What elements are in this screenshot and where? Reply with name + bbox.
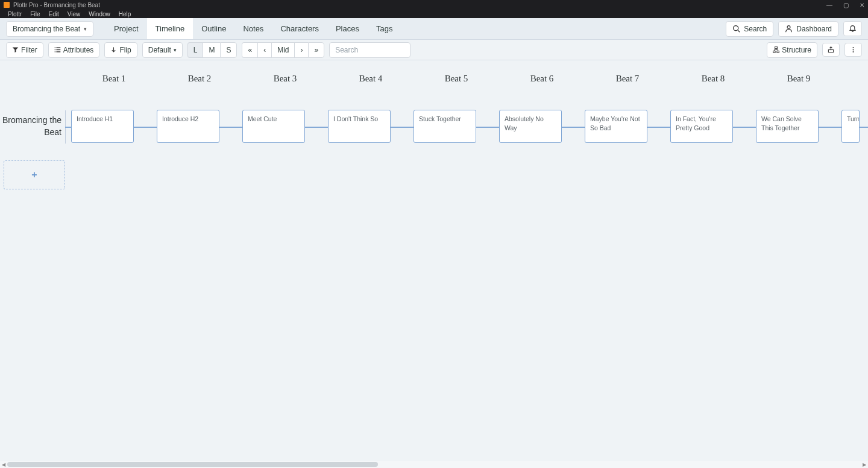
svg-line-1 <box>738 30 740 32</box>
beat-header[interactable]: Beat 6 <box>499 74 585 84</box>
plus-icon: + <box>31 169 37 180</box>
svg-point-21 <box>853 51 854 52</box>
flip-label: Flip <box>119 46 131 54</box>
scroll-thumb[interactable] <box>7 462 378 467</box>
scene-card[interactable]: Turn <box>841 110 860 143</box>
window-title: Plottr Pro - Bromancing the Beat <box>13 2 826 8</box>
svg-point-0 <box>734 26 738 31</box>
menu-edit[interactable]: Edit <box>44 11 63 17</box>
scroll-left-arrow[interactable]: ◀ <box>0 462 7 467</box>
app-icon <box>4 2 10 8</box>
filter-icon <box>12 46 19 53</box>
file-dropdown[interactable]: Bromancing the Beat ▾ <box>6 21 93 37</box>
beat-header[interactable]: Beat 5 <box>414 74 499 84</box>
flip-button[interactable]: Flip <box>104 42 137 58</box>
nav-last[interactable]: » <box>308 42 324 58</box>
dashboard-button[interactable]: Dashboard <box>778 21 838 37</box>
kebab-icon <box>850 46 857 53</box>
nav-mid[interactable]: Mid <box>271 42 294 58</box>
export-button[interactable] <box>822 43 840 57</box>
more-button[interactable] <box>844 43 862 57</box>
arrow-down-icon <box>110 46 117 53</box>
nav-next[interactable]: › <box>294 42 308 58</box>
caret-down-icon: ▾ <box>84 26 87 32</box>
scene-card[interactable]: Maybe You're Not So Bad <box>585 110 647 143</box>
svg-rect-3 <box>54 47 55 48</box>
timeline-canvas[interactable]: Beat 1 Beat 2 Beat 3 Beat 4 Beat 5 Beat … <box>0 60 868 468</box>
menu-plottr[interactable]: Plottr <box>4 11 26 17</box>
scene-card[interactable]: Introduce H1 <box>71 110 134 143</box>
menu-bar: Plottr File Edit View Window Help <box>0 10 868 18</box>
zoom-medium[interactable]: M <box>203 42 220 58</box>
plotline-label[interactable]: Bromancing the Beat <box>0 115 65 138</box>
close-button[interactable]: ✕ <box>860 2 864 8</box>
nav-group: « ‹ Mid › » <box>242 42 324 58</box>
add-plotline-button[interactable]: + <box>4 160 65 189</box>
tab-outline[interactable]: Outline <box>193 18 234 39</box>
filter-label: Filter <box>21 46 37 54</box>
minimize-button[interactable]: — <box>826 2 832 8</box>
beat-headers: Beat 1 Beat 2 Beat 3 Beat 4 Beat 5 Beat … <box>71 74 841 84</box>
svg-rect-6 <box>56 49 60 50</box>
scene-card[interactable]: Absolutely No Way <box>499 110 562 143</box>
caret-down-icon: ▾ <box>174 47 177 53</box>
search-icon <box>732 25 740 33</box>
scene-card[interactable]: I Don't Think So <box>328 110 391 143</box>
primary-nav: Bromancing the Beat ▾ Project Timeline O… <box>0 18 868 40</box>
tab-project[interactable]: Project <box>105 18 146 39</box>
bell-icon <box>849 25 857 33</box>
scroll-right-arrow[interactable]: ▶ <box>861 462 868 467</box>
scene-card[interactable]: We Can Solve This Together <box>756 110 819 143</box>
file-dropdown-label: Bromancing the Beat <box>13 25 80 33</box>
svg-point-2 <box>787 26 790 29</box>
attributes-button[interactable]: Attributes <box>48 42 100 58</box>
cards-row: Introduce H1 Introduce H2 Meet Cute I Do… <box>71 110 868 143</box>
filter-button[interactable]: Filter <box>6 42 43 58</box>
tab-notes[interactable]: Notes <box>234 18 272 39</box>
search-button-label: Search <box>744 25 767 33</box>
nav-first[interactable]: « <box>242 42 257 58</box>
tab-characters[interactable]: Characters <box>272 18 327 39</box>
scene-card[interactable]: Meet Cute <box>242 110 305 143</box>
timeline-search-input[interactable] <box>329 42 410 58</box>
scene-card[interactable]: Introduce H2 <box>157 110 219 143</box>
scene-card[interactable]: Stuck Together <box>414 110 476 143</box>
tab-places[interactable]: Places <box>327 18 368 39</box>
beat-header[interactable]: Beat 3 <box>242 74 328 84</box>
beat-header[interactable]: Beat 1 <box>71 74 157 84</box>
menu-view[interactable]: View <box>63 11 85 17</box>
menu-window[interactable]: Window <box>84 11 115 17</box>
beat-header[interactable]: Beat 2 <box>157 74 242 84</box>
structure-button[interactable]: Structure <box>767 42 817 58</box>
user-icon <box>785 25 793 33</box>
scene-card[interactable]: In Fact, You're Pretty Good <box>670 110 733 143</box>
notifications-button[interactable] <box>843 21 862 36</box>
svg-point-19 <box>853 47 854 48</box>
svg-rect-7 <box>54 51 55 52</box>
default-dropdown[interactable]: Default ▾ <box>142 42 183 58</box>
svg-point-20 <box>853 49 854 51</box>
zoom-group: L M S <box>187 42 237 58</box>
svg-rect-4 <box>56 47 60 48</box>
default-label: Default <box>148 46 171 54</box>
timeline-toolbar: Filter Attributes Flip Default ▾ L M S «… <box>0 40 868 60</box>
svg-rect-11 <box>773 51 775 53</box>
menu-help[interactable]: Help <box>115 11 136 17</box>
nav-tabs: Project Timeline Outline Notes Character… <box>105 18 401 39</box>
zoom-large[interactable]: L <box>187 42 203 58</box>
zoom-small[interactable]: S <box>220 42 237 58</box>
beat-header[interactable]: Beat 8 <box>670 74 756 84</box>
scroll-track[interactable] <box>7 461 861 467</box>
maximize-button[interactable]: ▢ <box>843 2 849 8</box>
search-button[interactable]: Search <box>726 21 773 37</box>
dashboard-button-label: Dashboard <box>796 25 832 33</box>
nav-prev[interactable]: ‹ <box>257 42 271 58</box>
beat-header[interactable]: Beat 9 <box>756 74 841 84</box>
menu-file[interactable]: File <box>26 11 44 17</box>
horizontal-scrollbar[interactable]: ◀ ▶ <box>0 461 868 468</box>
list-icon <box>54 46 61 53</box>
beat-header[interactable]: Beat 4 <box>328 74 414 84</box>
beat-header[interactable]: Beat 7 <box>585 74 670 84</box>
tab-tags[interactable]: Tags <box>368 18 401 39</box>
tab-timeline[interactable]: Timeline <box>147 18 193 39</box>
